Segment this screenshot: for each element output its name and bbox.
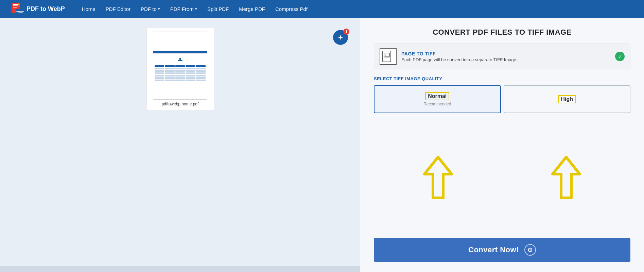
thumbnail-blue-bar [153,51,207,53]
thumbnail-top [153,32,207,51]
page-tiff-icon [380,48,397,65]
svg-text:WebP: WebP [16,10,24,13]
thumbnail-upload-icon [155,57,206,63]
left-panel: 1 + [0,18,360,272]
nav-split-pdf[interactable]: Split PDF [207,6,229,12]
normal-sublabel: Recommended [423,102,451,106]
thumbnail-content [153,53,207,83]
pdf-from-arrow-icon: ▾ [195,7,197,11]
add-file-button-wrapper: 1 + [339,24,354,39]
quality-high-button[interactable]: High [504,85,631,113]
svg-marker-13 [424,157,452,198]
pdf-thumbnail [153,32,207,100]
svg-point-11 [385,54,386,55]
file-count-badge: 1 [343,29,349,35]
svg-marker-14 [553,157,580,198]
page-tiff-label: PAGE TO TIFF [401,51,610,56]
nav-home[interactable]: Home [82,6,95,12]
quality-options: Normal Recommended High [374,85,630,113]
header: WebP PDF to WebP Home PDF Editor PDF to … [0,0,644,18]
pdf-preview-card: pdftowebp.home.pdf [146,28,214,110]
svg-marker-12 [384,55,389,57]
svg-rect-3 [13,7,17,7]
logo-icon: WebP [10,2,24,16]
success-check-icon: ✓ [615,52,625,61]
nav-merge-pdf[interactable]: Merge PDF [239,6,265,12]
upload-icon [177,57,183,63]
pdf-to-arrow-icon: ▾ [158,7,160,11]
logo-text: PDF to WebP [27,5,65,13]
nav-pdf-editor[interactable]: PDF Editor [106,6,130,12]
convert-arrow-icon: ⊙ [524,244,536,256]
right-panel: CONVERT PDF FILES TO TIFF IMAGE PAGE TO … [360,18,644,272]
nav-pdf-from[interactable]: PDF From ▾ [170,6,197,12]
convert-now-button[interactable]: Convert Now! ⊙ [374,238,630,262]
convert-label: Convert Now! [468,245,519,254]
nav-compress-pdf[interactable]: Compress Pdf [275,6,308,12]
arrows-area [374,120,630,238]
page-tiff-description: Each PDF page will be convert into a sep… [401,57,610,62]
nav-pdf-to[interactable]: PDF to ▾ [141,6,160,12]
thumbnail-table [155,65,206,81]
pdf-filename: pdftowebp.home.pdf [162,102,199,106]
add-file-button[interactable]: 1 + [333,30,348,45]
right-arrow-icon [551,155,581,200]
left-arrow-icon [423,155,453,200]
normal-label: Normal [425,92,449,100]
svg-rect-2 [13,5,18,6]
quality-normal-button[interactable]: Normal Recommended [374,85,501,113]
high-label: High [558,95,576,103]
image-doc-icon [382,50,394,63]
plus-icon: + [338,33,343,41]
bottom-scrollbar[interactable] [0,266,360,272]
logo-area: WebP PDF to WebP [10,2,65,16]
main: 1 + [0,18,644,272]
page-tiff-row: PAGE TO TIFF Each PDF page will be conve… [374,44,630,69]
quality-label: SELECT TIFF IMAGE QUALITY [374,76,630,81]
panel-title: CONVERT PDF FILES TO TIFF IMAGE [374,28,630,37]
page-tiff-text: PAGE TO TIFF Each PDF page will be conve… [401,51,610,62]
svg-rect-1 [13,4,18,5]
